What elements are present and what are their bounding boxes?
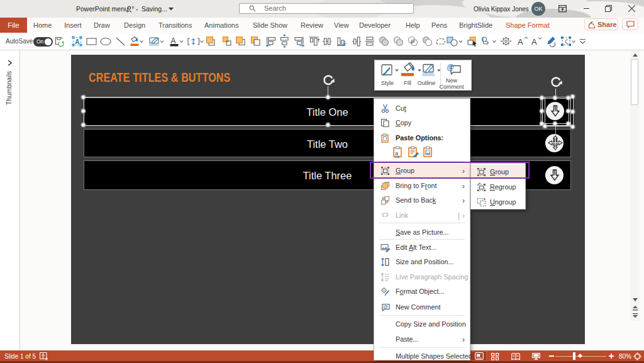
svg-text:A: A <box>75 38 79 45</box>
svg-text:a: a <box>395 150 398 157</box>
svg-text:@: @ <box>383 304 388 310</box>
svg-text:A: A <box>518 37 523 47</box>
svg-text:A: A <box>171 36 176 45</box>
svg-text:A: A <box>531 37 537 47</box>
svg-text:R: R <box>132 6 135 9</box>
svg-text:@: @ <box>447 63 454 72</box>
